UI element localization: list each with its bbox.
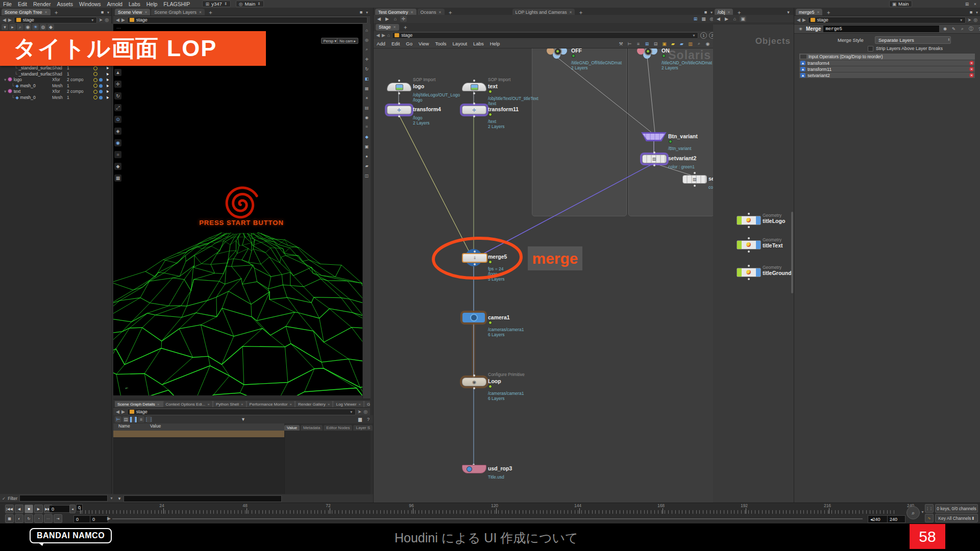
new-tab-button[interactable]: ＋ <box>401 24 410 30</box>
list-view-icon[interactable]: ▤ <box>122 416 129 422</box>
camera-icon[interactable]: ◉ <box>24 24 31 30</box>
range-icon[interactable]: ⇥ <box>54 514 62 523</box>
pin-icon[interactable]: ➤ <box>358 409 362 414</box>
layer-icon[interactable]: ▣ <box>364 143 370 149</box>
merge-style-dropdown[interactable]: Separate Layers <box>875 36 951 44</box>
strip-layers-checkbox[interactable] <box>868 46 873 52</box>
view-selector[interactable]: ◎ Main ⬍ <box>236 1 264 7</box>
translate-icon[interactable]: ✛ <box>114 81 121 88</box>
toolbox-icon[interactable]: ▥ <box>687 41 694 47</box>
path-input[interactable]: stage ▼ <box>808 17 966 23</box>
anim-icon[interactable] <box>93 84 97 88</box>
clock-icon[interactable]: ◔ <box>34 514 43 523</box>
grid-tool-icon[interactable]: ⌗ <box>114 151 121 158</box>
find-icon[interactable]: ⌕ <box>696 41 702 47</box>
misc-icon[interactable]: ● <box>364 153 370 159</box>
loop-icon[interactable]: ↻ <box>24 514 33 523</box>
help-icon[interactable]: ? <box>976 26 980 32</box>
forward-icon[interactable]: ▶ <box>8 17 12 22</box>
frame-icon[interactable]: ◎ <box>364 37 370 43</box>
menu-item[interactable]: Labs <box>126 1 143 8</box>
shade-icon[interactable]: ◧ <box>364 76 370 82</box>
node-shape[interactable]: ⇓ <box>462 253 487 263</box>
snap-icon[interactable]: ▦ <box>700 16 707 22</box>
misc-icon[interactable]: ▰ <box>364 163 370 169</box>
input-operator-row[interactable]: ▲ transform4 ✕ <box>799 60 975 66</box>
split-view-icon[interactable]: ▌▐ <box>130 416 137 422</box>
chevron-down-icon[interactable]: ▼ <box>921 510 924 514</box>
check-icon[interactable]: ✓ <box>2 496 6 501</box>
orbit-icon[interactable]: ↻ <box>364 66 370 72</box>
grid-blue-icon[interactable]: ⊞ <box>644 41 650 47</box>
input-operator-row[interactable]: ▲ transform11 ✕ <box>799 66 975 72</box>
bottom-tab[interactable]: Render Gallery <box>296 401 332 407</box>
keyframe-icon[interactable]: ⋮⋮ <box>925 504 934 513</box>
network-menu-item[interactable]: Add <box>374 41 388 46</box>
rows-icon[interactable]: ≡ <box>138 416 144 422</box>
visibility-icon[interactable] <box>99 84 103 88</box>
details-filter-input[interactable] <box>124 495 282 502</box>
folder-icon[interactable]: ▆ <box>357 416 363 422</box>
input-badge-1[interactable]: 1 <box>700 32 707 39</box>
path-input[interactable]: stage ▼ <box>127 409 356 415</box>
magnifier-icon[interactable]: ⌕ <box>959 26 966 32</box>
anim-icon[interactable] <box>93 72 97 76</box>
column-name[interactable]: Name <box>118 423 130 429</box>
forward-icon[interactable]: ▶ <box>382 33 385 38</box>
snap-icon[interactable]: ◈ <box>114 128 121 135</box>
node-shape[interactable] <box>462 83 486 91</box>
tree-row[interactable]: ▾ text Xfor 2 compo ▲ <box>0 89 111 95</box>
grid-icon[interactable]: ⌗ <box>364 124 370 130</box>
tree-view-icon[interactable]: ⊢ <box>115 416 121 422</box>
network-menu-item[interactable]: Help <box>487 41 503 46</box>
node-shape[interactable]: ▨ <box>642 155 667 163</box>
close-icon[interactable]: × <box>972 1 978 7</box>
back-icon[interactable]: ◀ <box>3 17 6 22</box>
path-input[interactable]: stage <box>127 17 368 23</box>
network-menu-item[interactable]: Go <box>403 41 415 46</box>
key-icon[interactable]: ◆ <box>114 163 121 170</box>
promote-icon[interactable]: ▲ <box>800 61 805 65</box>
home-icon[interactable]: ⌂ <box>392 16 399 22</box>
expand-icon[interactable]: ▸ <box>9 24 16 30</box>
link-icon[interactable]: ◎ <box>105 17 109 22</box>
range-slider[interactable] <box>112 518 863 519</box>
visibility-icon[interactable] <box>99 90 103 93</box>
details-table-body[interactable] <box>113 437 284 494</box>
bottom-tab[interactable]: Log Viewer <box>333 401 363 407</box>
next-frame-button[interactable]: ▶ <box>34 505 43 513</box>
render-icon[interactable]: ◆ <box>364 134 370 140</box>
info-icon[interactable]: ⓘ <box>968 26 974 32</box>
forward-icon[interactable]: ▶ <box>802 17 806 22</box>
snap-grid-icon[interactable]: ⊞ <box>692 16 699 22</box>
play-stop-button[interactable]: ■ <box>24 505 33 513</box>
tree-row[interactable]: └ _standard_surfac Shad 1 ▲ <box>0 65 111 71</box>
snapshot-icon[interactable]: ◉ <box>364 114 370 120</box>
menu-item[interactable]: Arnold <box>104 1 126 8</box>
pane-menu-icon[interactable]: ▾ <box>107 10 109 15</box>
tab-metadata[interactable]: Metadata <box>301 425 323 431</box>
spinner-icon[interactable]: ⬍ <box>947 38 950 42</box>
filter-icon[interactable]: ⌕ <box>17 24 23 30</box>
anim-icon[interactable] <box>93 95 97 99</box>
misc-tool-icon[interactable]: ▦ <box>114 174 121 182</box>
wire-icon[interactable]: ▦ <box>364 85 370 91</box>
prim-icon[interactable]: ◆ <box>47 24 54 30</box>
promote-icon[interactable]: ▲ <box>800 73 805 78</box>
handles-icon[interactable]: ⊙ <box>114 116 121 123</box>
menu-item[interactable]: Render <box>30 1 54 8</box>
dopesheet-icon[interactable]: ⋯ <box>44 514 53 523</box>
rotate-icon[interactable]: ↻ <box>114 92 121 99</box>
eye-icon[interactable]: ◉ <box>704 41 711 47</box>
back-icon[interactable]: ◀ <box>116 409 119 414</box>
no-cam-button[interactable]: No cam ▸ <box>337 38 358 44</box>
main-desktop-chip[interactable]: ▣ Main <box>889 1 912 7</box>
lighting-icon[interactable]: ☀ <box>364 95 370 101</box>
delete-icon[interactable]: ✕ <box>969 67 974 71</box>
select-cursor-icon[interactable]: ▲ <box>104 77 110 83</box>
delete-icon[interactable]: ✕ <box>969 73 974 78</box>
home-icon[interactable]: ⌂ <box>387 33 390 38</box>
tab-value[interactable]: Value <box>284 425 300 431</box>
scrollbar[interactable] <box>791 212 793 293</box>
sticky-note-icon[interactable]: ▰ <box>670 41 676 47</box>
